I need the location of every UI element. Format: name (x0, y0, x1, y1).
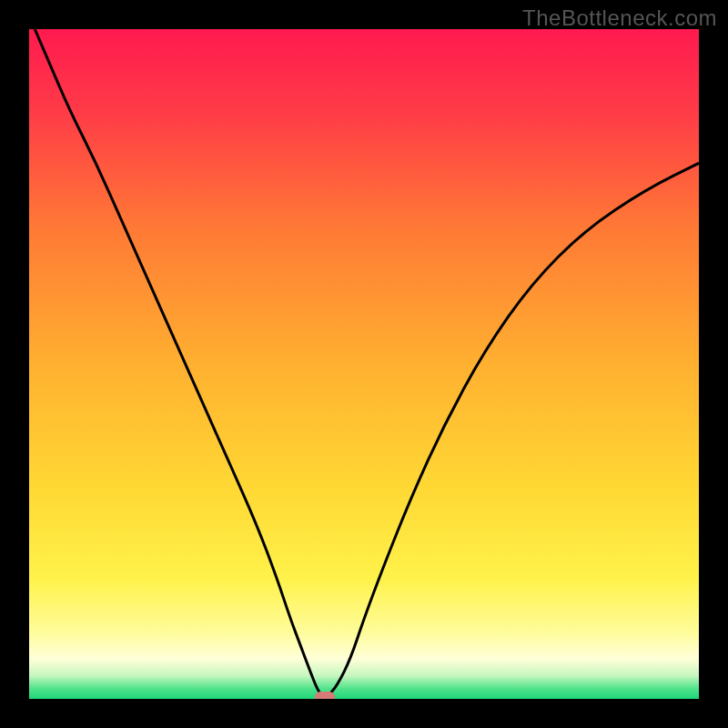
bottleneck-curve (29, 29, 699, 697)
chart-frame: TheBottleneck.com (0, 0, 728, 728)
curve-layer (29, 29, 699, 699)
minimum-marker (315, 692, 335, 699)
plot-area (29, 29, 699, 699)
watermark-text: TheBottleneck.com (522, 5, 717, 31)
